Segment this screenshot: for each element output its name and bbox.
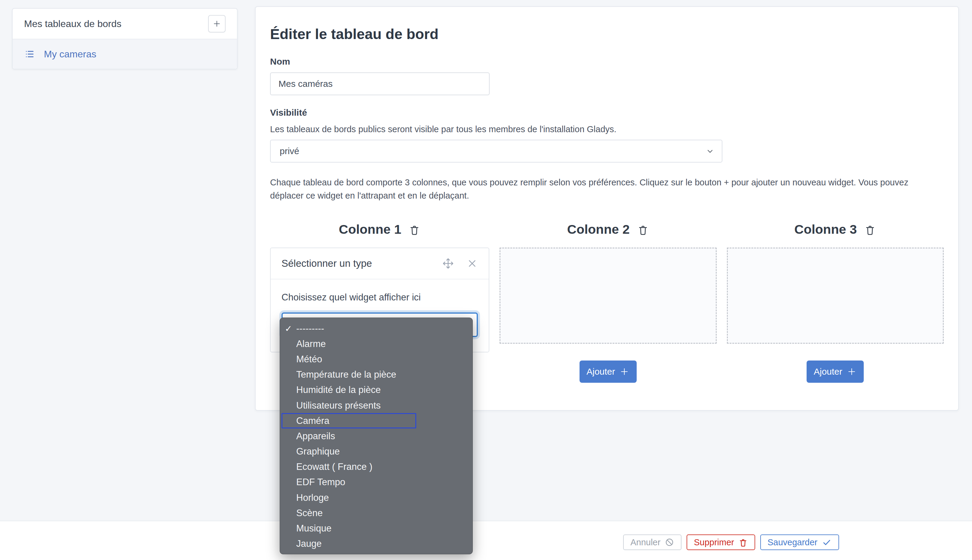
trash-icon: [738, 537, 748, 547]
visibility-label: Visibilité: [270, 107, 944, 118]
dashboards-sidebar: Mes tableaux de bords My cameras: [12, 8, 238, 69]
delete-button[interactable]: Supprimer: [687, 535, 755, 550]
widget-picker-body: Choisissez quel widget afficher ici ✓ --…: [271, 279, 489, 348]
dropdown-option[interactable]: ✓ ---------: [280, 321, 472, 336]
visibility-select-value: privé: [280, 146, 299, 156]
add-widget-button-column-2[interactable]: Ajouter: [579, 360, 637, 383]
column-1-title: Colonne 1: [339, 222, 402, 237]
check-icon: ✓: [285, 323, 296, 334]
column-2-title: Colonne 2: [567, 222, 630, 237]
dropdown-option[interactable]: Graphique: [280, 444, 472, 459]
dropdown-option[interactable]: Température de la pièce: [280, 367, 472, 382]
widget-picker-prompt: Choisissez quel widget afficher ici: [281, 292, 478, 303]
close-icon[interactable]: [467, 258, 478, 269]
save-button[interactable]: Sauvegarder: [760, 535, 839, 550]
cancel-button[interactable]: Annuler: [623, 535, 681, 550]
trash-icon[interactable]: [408, 223, 420, 235]
arrows-move-icon[interactable]: [442, 257, 454, 270]
sidebar-item-my-cameras[interactable]: My cameras: [13, 39, 237, 69]
widget-type-dropdown: ✓ --------- Alarme Météo Température de …: [280, 318, 473, 554]
add-widget-button-column-3[interactable]: Ajouter: [806, 360, 864, 383]
footer-actions: Annuler Supprimer Sauvegarder: [623, 535, 839, 550]
plus-icon: [847, 367, 857, 377]
dashboards-sidebar-title: Mes tableaux de bords: [24, 18, 122, 30]
dropdown-option[interactable]: EDF Tempo: [280, 475, 472, 490]
widget-picker-header: Sélectionner un type: [271, 248, 489, 279]
visibility-select[interactable]: privé: [270, 140, 723, 163]
column-2-header: Colonne 2: [500, 222, 717, 237]
widget-picker-title: Sélectionner un type: [281, 258, 442, 269]
sidebar-item-label: My cameras: [44, 49, 96, 60]
chevron-down-icon: [705, 146, 715, 156]
dropdown-option[interactable]: Ecowatt ( France ): [280, 459, 472, 475]
widget-picker-card: Sélectionner un type Choisissez quel wid…: [270, 248, 489, 352]
column-3: Colonne 3 Ajouter: [727, 222, 944, 383]
columns-help-text: Chaque tableau de bord comporte 3 colonn…: [270, 176, 944, 202]
dashboards-sidebar-header: Mes tableaux de bords: [13, 9, 237, 39]
page-title: Éditer le tableau de bord: [270, 25, 944, 43]
name-label: Nom: [270, 56, 944, 67]
dropdown-option[interactable]: Alarme: [280, 336, 472, 352]
widget-picker-header-icons: [442, 257, 478, 270]
dropdown-option[interactable]: Horloge: [280, 490, 472, 505]
dropdown-option[interactable]: Utilisateurs présents: [280, 398, 472, 413]
dropdown-option[interactable]: Scène: [280, 505, 472, 521]
footer-action-bar: Annuler Supprimer Sauvegarder: [0, 521, 972, 560]
spacer: [270, 95, 944, 107]
ban-icon: [665, 537, 674, 547]
trash-icon[interactable]: [637, 223, 649, 235]
visibility-help-text: Les tableaux de bords publics seront vis…: [270, 123, 944, 135]
column-3-dropzone[interactable]: [727, 248, 944, 344]
edit-dashboard-card: Éditer le tableau de bord Nom Visibilité…: [255, 6, 959, 411]
dropdown-option[interactable]: Appareils: [280, 428, 472, 444]
column-1-header: Colonne 1: [270, 222, 489, 237]
column-1: Colonne 1 Sélectionner un type Choisisse…: [270, 222, 489, 383]
trash-icon[interactable]: [864, 223, 876, 235]
column-2-dropzone[interactable]: [500, 248, 717, 344]
plus-icon: [212, 19, 221, 28]
column-3-header: Colonne 3: [727, 222, 944, 237]
plus-icon: [619, 367, 629, 377]
column-2: Colonne 2 Ajouter: [500, 222, 717, 383]
dropdown-option[interactable]: Humidité de la pièce: [280, 382, 472, 398]
dropdown-option-focused[interactable]: Caméra: [281, 413, 416, 428]
dropdown-option[interactable]: Musique: [280, 521, 472, 536]
columns-row: Colonne 1 Sélectionner un type Choisisse…: [270, 222, 944, 383]
column-3-title: Colonne 3: [794, 222, 857, 237]
dropdown-option[interactable]: Météo: [280, 352, 472, 367]
dashboard-name-input[interactable]: [270, 72, 490, 95]
check-icon: [821, 537, 832, 547]
list-icon: [24, 49, 35, 60]
add-dashboard-button[interactable]: [208, 15, 226, 32]
dropdown-option[interactable]: Jauge: [280, 536, 472, 552]
widget-type-select-anchor: ✓ --------- Alarme Météo Température de …: [281, 312, 478, 337]
